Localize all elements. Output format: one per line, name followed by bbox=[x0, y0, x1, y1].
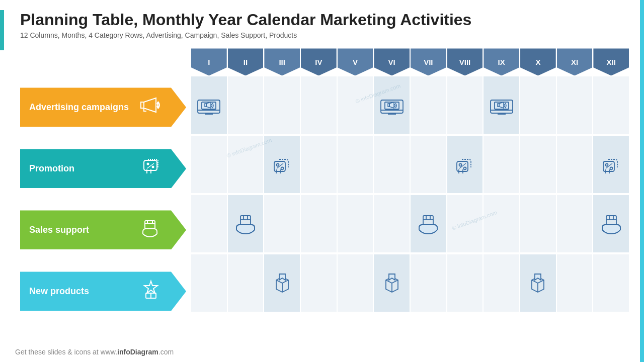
data-row-products bbox=[191, 254, 629, 312]
cell-adv-12 bbox=[593, 76, 629, 134]
cell-prod-2 bbox=[228, 254, 264, 312]
cell-adv-4 bbox=[301, 76, 337, 134]
footer-text: Get these slides & icons at www. bbox=[15, 348, 117, 356]
svg-rect-42 bbox=[240, 216, 251, 225]
left-accent bbox=[0, 10, 4, 50]
cell-prod-3 bbox=[264, 254, 300, 312]
cell-prod-1 bbox=[191, 254, 227, 312]
footer-suffix: .com bbox=[158, 348, 174, 356]
calendar-grid: I II III IV V VI VII VIII IX X XI XII bbox=[191, 48, 629, 323]
star-box-icon bbox=[141, 279, 161, 303]
cell-adv-11 bbox=[557, 76, 593, 134]
cell-adv-10 bbox=[520, 76, 556, 134]
cell-sales-1 bbox=[191, 195, 227, 252]
page-subtitle: 12 Columns, Months, 4 Category Rows, Adv… bbox=[20, 31, 629, 39]
box-hand-icon bbox=[139, 218, 161, 242]
cell-prod-9 bbox=[484, 254, 519, 312]
month-III: III bbox=[264, 48, 300, 75]
cell-promo-8 bbox=[447, 136, 483, 193]
cell-promo-7 bbox=[411, 136, 446, 193]
cell-promo-9 bbox=[484, 136, 519, 193]
cell-promo-4 bbox=[301, 136, 337, 193]
cell-sales-6 bbox=[374, 195, 410, 252]
cell-prod-8 bbox=[447, 254, 483, 312]
cell-sales-3 bbox=[264, 195, 300, 252]
data-rows bbox=[191, 76, 629, 312]
cell-promo-11 bbox=[557, 136, 593, 193]
page-title: Planning Table, Monthly Year Calendar Ma… bbox=[20, 10, 629, 29]
month-VI: VI bbox=[374, 48, 410, 75]
cell-promo-1 bbox=[191, 136, 227, 193]
row-labels: Advertising campaigns bbox=[20, 48, 191, 323]
label-arrow-sales: Sales support bbox=[20, 210, 186, 249]
month-XII: XII bbox=[593, 48, 629, 75]
cell-sales-4 bbox=[301, 195, 337, 252]
month-V: V bbox=[338, 48, 373, 75]
data-row-sales bbox=[191, 195, 629, 252]
cell-promo-6 bbox=[374, 136, 410, 193]
footer-brand: infoDiagram bbox=[117, 348, 158, 356]
month-II: II bbox=[228, 48, 264, 75]
cell-sales-9 bbox=[484, 195, 519, 252]
cell-promo-2 bbox=[228, 136, 264, 193]
month-headers: I II III IV V VI VII VIII IX X XI XII bbox=[191, 48, 629, 75]
cell-prod-7 bbox=[411, 254, 446, 312]
row-label-text-advertising: Advertising campaigns bbox=[29, 102, 129, 113]
row-label-text-products: New products bbox=[29, 286, 89, 297]
svg-point-32 bbox=[459, 164, 462, 166]
cell-promo-3 bbox=[264, 136, 300, 193]
label-arrow-advertising: Advertising campaigns bbox=[20, 87, 186, 127]
month-VII: VII bbox=[411, 48, 446, 75]
right-accent bbox=[640, 0, 644, 362]
cell-prod-6 bbox=[374, 254, 410, 312]
header: Planning Table, Monthly Year Calendar Ma… bbox=[20, 10, 629, 39]
cell-adv-3 bbox=[264, 76, 300, 134]
svg-point-37 bbox=[605, 164, 608, 166]
cell-promo-5 bbox=[338, 136, 373, 193]
month-VIII: VIII bbox=[447, 48, 483, 75]
cell-promo-12 bbox=[593, 136, 629, 193]
percent-tag-icon bbox=[141, 157, 161, 179]
data-row-promotion bbox=[191, 136, 629, 193]
cell-adv-8 bbox=[447, 76, 483, 134]
cell-sales-8 bbox=[447, 195, 483, 252]
svg-point-5 bbox=[152, 166, 154, 168]
cell-adv-2 bbox=[228, 76, 264, 134]
row-label-promotion: Promotion bbox=[20, 139, 191, 198]
cell-sales-11 bbox=[557, 195, 593, 252]
cell-adv-5 bbox=[338, 76, 373, 134]
month-IV: IV bbox=[301, 48, 337, 75]
table-wrapper: Advertising campaigns bbox=[20, 48, 629, 323]
svg-rect-7 bbox=[145, 221, 155, 229]
svg-rect-46 bbox=[423, 216, 433, 225]
page-container: Planning Table, Monthly Year Calendar Ma… bbox=[0, 0, 644, 362]
label-arrow-products: New products bbox=[20, 272, 186, 311]
month-IX: IX bbox=[484, 48, 519, 75]
row-label-text-sales: Sales support bbox=[29, 225, 89, 235]
row-label-advertising: Advertising campaigns bbox=[20, 77, 191, 137]
cell-sales-12 bbox=[593, 195, 629, 252]
cell-prod-11 bbox=[557, 254, 593, 312]
megaphone-icon bbox=[139, 96, 161, 118]
footer: Get these slides & icons at www.infoDiag… bbox=[15, 348, 174, 356]
month-I: I bbox=[191, 48, 227, 75]
cell-adv-7 bbox=[411, 76, 446, 134]
cell-promo-10 bbox=[520, 136, 556, 193]
data-row-advertising bbox=[191, 76, 629, 134]
cell-prod-10 bbox=[520, 254, 556, 312]
cell-prod-12 bbox=[593, 254, 629, 312]
svg-point-38 bbox=[610, 167, 612, 170]
svg-rect-50 bbox=[606, 216, 616, 225]
row-label-text-promotion: Promotion bbox=[29, 163, 74, 174]
svg-point-28 bbox=[281, 167, 283, 170]
row-label-products: New products bbox=[20, 261, 191, 321]
cell-adv-6 bbox=[374, 76, 410, 134]
svg-point-27 bbox=[276, 164, 279, 166]
cell-sales-2 bbox=[228, 195, 264, 252]
row-label-sales: Sales support bbox=[20, 200, 191, 259]
svg-point-33 bbox=[464, 167, 466, 170]
label-arrow-promotion: Promotion bbox=[20, 149, 186, 188]
month-XI: XI bbox=[557, 48, 593, 75]
cell-prod-4 bbox=[301, 254, 337, 312]
svg-point-4 bbox=[147, 163, 149, 165]
